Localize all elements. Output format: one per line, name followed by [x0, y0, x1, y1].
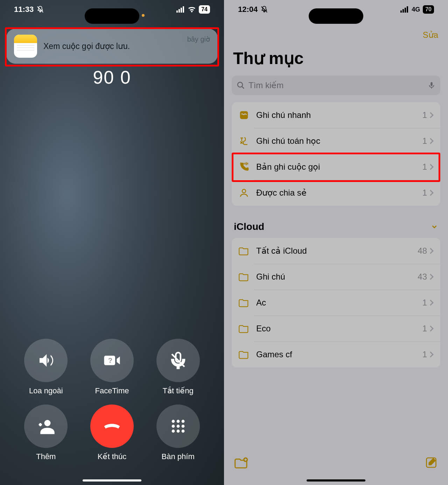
folder-count: 1: [422, 136, 427, 146]
svg-point-13: [172, 430, 175, 433]
notes-app-icon: [14, 35, 37, 58]
chevron-right-icon: [429, 163, 434, 170]
folder-icon: [238, 109, 250, 121]
wifi-icon: [188, 6, 196, 13]
call-controls: Loa ngoài ? FaceTime Tắt tiếng Thêm Kết …: [0, 339, 224, 461]
folder-name: Games cf: [256, 350, 422, 359]
chevron-right-icon: [429, 112, 434, 119]
svg-point-11: [176, 425, 180, 428]
caller-name: 90 0: [0, 68, 224, 88]
folder-icon: [238, 187, 250, 199]
edit-button[interactable]: Sửa: [423, 30, 438, 40]
folder-row[interactable]: Ghi chú nhanh1: [232, 102, 440, 128]
battery-icon: 74: [199, 5, 210, 14]
svg-point-20: [238, 82, 243, 87]
svg-rect-17: [402, 9, 404, 13]
folder-count: 48: [418, 246, 427, 256]
folder-icon: [238, 135, 250, 147]
notification-time: bây giờ: [187, 35, 210, 43]
folder-name: Ghi chú toán học: [256, 136, 422, 146]
bell-mute-icon: [36, 6, 44, 13]
folder-name: Ghi chú nhanh: [256, 110, 422, 120]
folder-icon: [238, 297, 250, 309]
facetime-button[interactable]: ? FaceTime: [90, 339, 134, 395]
bell-mute-icon: [260, 6, 268, 13]
folder-row[interactable]: Eco1: [232, 316, 440, 342]
chevron-right-icon: [429, 299, 434, 306]
svg-point-9: [181, 420, 184, 423]
folder-row[interactable]: Games cf1: [232, 342, 440, 367]
mute-button[interactable]: Tắt tiếng: [156, 339, 200, 395]
end-call-button[interactable]: Kết thúc: [90, 405, 134, 461]
folder-row[interactable]: Ghi chú toán học1: [232, 128, 440, 154]
folder-name: Ghi chú: [256, 272, 418, 282]
folder-name: Ac: [256, 298, 422, 308]
folder-row[interactable]: Bản ghi cuộc gọi1: [232, 154, 440, 180]
folder-row[interactable]: Ghi chú43: [232, 264, 440, 290]
home-indicator[interactable]: [83, 479, 141, 482]
folder-row[interactable]: Tất cả iCloud48: [232, 238, 440, 264]
speaker-button[interactable]: Loa ngoài: [24, 339, 68, 395]
recording-dot-icon: [142, 14, 145, 17]
folder-icon: [238, 271, 250, 283]
keypad-button[interactable]: Bàn phím: [156, 405, 200, 461]
chevron-right-icon: [429, 247, 434, 254]
add-contact-button[interactable]: Thêm: [24, 405, 68, 461]
chevron-right-icon: [429, 325, 434, 332]
folder-count: 1: [422, 162, 427, 172]
svg-rect-18: [405, 8, 406, 13]
smart-folders-group: Ghi chú nhanh1Ghi chú toán học1Bản ghi c…: [232, 102, 440, 206]
svg-rect-16: [400, 10, 402, 13]
bottom-toolbar: [224, 453, 448, 472]
svg-rect-19: [407, 6, 408, 13]
notes-folders-screen: 12:04 4G 70 Sửa Thư mục Tìm kiếm Ghi chú…: [224, 0, 448, 485]
icloud-section-header[interactable]: iCloud: [234, 221, 438, 232]
search-field[interactable]: Tìm kiếm: [232, 76, 440, 95]
chevron-right-icon: [429, 273, 434, 280]
cellular-signal-icon: [400, 6, 409, 13]
page-title: Thư mục: [233, 48, 303, 68]
folder-count: 1: [422, 350, 427, 359]
notification-title: Xem cuộc gọi được lưu.: [43, 42, 187, 51]
folder-name: Được chia sẻ: [256, 188, 422, 198]
svg-point-7: [172, 420, 175, 423]
chevron-right-icon: [429, 138, 434, 145]
folder-icon: [238, 161, 250, 173]
svg-text:?: ?: [108, 357, 112, 364]
microphone-icon[interactable]: [428, 81, 435, 90]
svg-rect-21: [240, 111, 248, 119]
folder-row[interactable]: Được chia sẻ1: [232, 180, 440, 206]
svg-point-22: [242, 189, 246, 193]
home-indicator[interactable]: [307, 479, 365, 482]
folder-name: Eco: [256, 324, 422, 333]
notes-notification-banner[interactable]: Xem cuộc gọi được lưu. bây giờ: [6, 29, 218, 64]
dynamic-island: [309, 8, 363, 24]
icloud-folders-group: Tất cả iCloud48Ghi chú43Ac1Eco1Games cf1: [232, 238, 440, 367]
folder-icon: [238, 349, 250, 360]
compose-note-button[interactable]: [425, 456, 438, 469]
network-type: 4G: [412, 6, 420, 13]
search-placeholder: Tìm kiếm: [248, 80, 284, 90]
svg-rect-0: [176, 10, 178, 13]
svg-point-15: [181, 430, 184, 433]
chevron-down-icon: [430, 223, 438, 231]
folder-icon: [238, 245, 250, 257]
folder-row[interactable]: Ac1: [232, 290, 440, 316]
svg-point-10: [172, 425, 175, 428]
dynamic-island: [85, 8, 139, 24]
svg-point-8: [176, 420, 180, 423]
folder-name: Tất cả iCloud: [256, 246, 418, 256]
search-icon: [237, 81, 245, 90]
svg-rect-2: [181, 8, 182, 13]
status-time: 12:04: [238, 5, 258, 14]
svg-rect-1: [178, 9, 180, 13]
chevron-right-icon: [429, 189, 434, 196]
status-time: 11:33: [14, 5, 34, 14]
call-screen: 11:33 74 Xem cuộc gọi được lưu. bây giờ: [0, 0, 224, 485]
folder-count: 1: [422, 298, 427, 308]
folder-count: 1: [422, 188, 427, 198]
new-folder-button[interactable]: [234, 457, 248, 469]
folder-count: 43: [418, 272, 427, 282]
svg-rect-3: [183, 6, 184, 13]
folder-icon: [238, 323, 250, 335]
